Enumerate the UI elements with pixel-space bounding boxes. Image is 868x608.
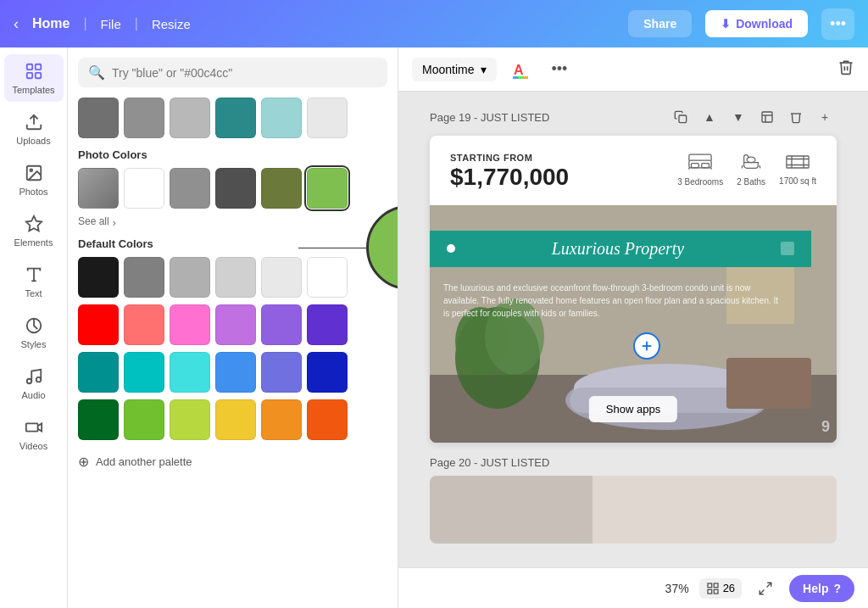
color-swatch[interactable] <box>170 98 210 138</box>
preview-image-left <box>430 476 593 544</box>
color-swatch-cyan[interactable] <box>124 352 164 393</box>
svg-point-26 <box>747 157 755 163</box>
color-swatch[interactable] <box>124 168 164 209</box>
color-swatch[interactable] <box>307 98 348 138</box>
bottom-bar: 37% 26 Help ? <box>398 567 868 608</box>
color-swatch-darkblue[interactable] <box>307 352 348 393</box>
color-swatch[interactable] <box>78 98 119 138</box>
more-options-canvas-button[interactable]: ••• <box>544 57 574 81</box>
sidebar-item-text[interactable]: Text <box>4 258 64 305</box>
home-nav-button[interactable]: Home <box>32 16 70 31</box>
color-swatch-orange[interactable] <box>261 399 302 440</box>
color-swatch-white[interactable] <box>307 257 348 298</box>
delete-button[interactable] <box>837 59 854 80</box>
card-feature-bedrooms: 3 Bedrooms <box>677 153 723 187</box>
color-swatch-gray1[interactable] <box>124 257 164 298</box>
share-button[interactable]: Share <box>628 10 692 37</box>
search-input[interactable] <box>112 66 377 80</box>
svg-rect-25 <box>702 164 709 168</box>
banner-dot-left <box>447 244 455 253</box>
color-swatch-blue[interactable] <box>215 352 256 393</box>
color-swatch-gray3[interactable] <box>215 257 256 298</box>
baths-text: 2 Baths <box>737 177 765 187</box>
sidebar-item-elements[interactable]: Elements <box>4 207 64 254</box>
file-nav-button[interactable]: File <box>101 17 121 31</box>
color-swatch-lightred[interactable] <box>124 304 164 345</box>
help-button[interactable]: Help ? <box>789 575 854 602</box>
color-swatch-lime[interactable] <box>170 399 210 440</box>
see-all-link[interactable]: See all <box>78 215 109 227</box>
color-swatch-lightcyan[interactable] <box>170 352 210 393</box>
sidebar-item-uploads[interactable]: Uploads <box>4 105 64 153</box>
color-swatch[interactable] <box>215 98 256 138</box>
nav-divider2: | <box>135 16 138 31</box>
card-starting-from: STARTING FROM <box>450 153 664 163</box>
card-image-section[interactable]: Luxurious Property The luxurious and exc… <box>430 205 837 443</box>
page-19-label: Page 19 - JUST LISTED <box>430 111 549 124</box>
copy-page-button[interactable] <box>755 105 779 129</box>
color-swatch[interactable] <box>215 168 256 209</box>
svg-point-11 <box>26 379 31 384</box>
color-swatch[interactable] <box>261 168 302 209</box>
color-swatch[interactable] <box>124 98 164 138</box>
page-20-label-row: Page 20 - JUST LISTED <box>430 456 837 469</box>
color-swatch-darkorange[interactable] <box>307 399 348 440</box>
sidebar-item-videos[interactable]: Videos <box>4 410 64 458</box>
show-apps-button[interactable]: Show apps <box>589 396 677 422</box>
color-swatch-lightgray[interactable] <box>261 257 302 298</box>
photo-colors-title: Photo Colors <box>78 148 387 161</box>
svg-marker-7 <box>25 216 41 231</box>
chevron-up-button[interactable]: ▲ <box>698 105 721 129</box>
canvas-scroll[interactable]: Page 19 - JUST LISTED ▲ ▼ <box>398 92 868 567</box>
color-swatch-darkpurple[interactable] <box>307 304 348 345</box>
templates-icon <box>24 61 44 81</box>
banner-title: Luxurious Property <box>462 239 774 259</box>
color-swatch-lightpurple[interactable] <box>215 304 256 345</box>
svg-line-50 <box>760 589 764 594</box>
chevron-down-button[interactable]: ▼ <box>726 105 750 129</box>
back-button[interactable]: ‹ <box>14 15 19 33</box>
download-button[interactable]: ⬇ Download <box>705 10 808 37</box>
search-bar[interactable]: 🔍 <box>78 58 387 87</box>
svg-rect-20 <box>762 112 772 122</box>
page-19-card[interactable]: STARTING FROM $1,770,000 <box>430 136 837 443</box>
color-swatch-teal[interactable] <box>78 352 119 393</box>
add-palette-label: Add another palette <box>96 455 192 468</box>
color-swatch[interactable] <box>170 168 210 209</box>
color-swatch-yellow[interactable] <box>215 399 256 440</box>
page-20-preview[interactable] <box>430 476 837 544</box>
font-name: Moontime <box>422 63 474 76</box>
resize-nav-button[interactable]: Resize <box>152 17 191 31</box>
color-swatch-gray2[interactable] <box>170 257 210 298</box>
svg-rect-18 <box>523 76 528 79</box>
color-swatch-purple[interactable] <box>261 304 302 345</box>
color-swatch-pink[interactable] <box>170 304 210 345</box>
text-color-button[interactable]: A <box>507 56 534 83</box>
color-swatch-selected[interactable] <box>307 168 348 209</box>
banner-accent <box>781 242 794 255</box>
page-preview-inner <box>430 476 837 544</box>
color-swatch-indigo[interactable] <box>261 352 302 393</box>
color-swatch-black[interactable] <box>78 257 119 298</box>
add-palette-button[interactable]: ⊕ Add another palette <box>78 447 387 477</box>
svg-rect-45 <box>708 583 712 588</box>
delete-page-button[interactable] <box>784 105 808 129</box>
sidebar-item-photos[interactable]: Photos <box>4 156 64 204</box>
color-swatch[interactable] <box>261 98 302 138</box>
sidebar-item-templates[interactable]: Templates <box>4 54 64 102</box>
more-options-button[interactable]: ••• <box>821 8 854 40</box>
page-counter[interactable]: 26 <box>699 578 742 599</box>
color-swatch-photo[interactable] <box>78 168 119 209</box>
card-description: The luxurious and exclusive oceanfront f… <box>443 282 786 320</box>
font-selector[interactable]: Moontime ▾ <box>412 58 497 81</box>
color-swatch-red[interactable] <box>78 304 119 345</box>
duplicate-page-button[interactable] <box>669 105 693 129</box>
svg-rect-0 <box>26 64 31 70</box>
sidebar-item-styles[interactable]: Styles <box>4 309 64 356</box>
sidebar-item-audio[interactable]: Audio <box>4 360 64 407</box>
color-swatch-darkgreen[interactable] <box>78 399 119 440</box>
expand-button[interactable] <box>752 575 779 602</box>
add-page-button[interactable]: + <box>813 105 837 129</box>
color-swatch-green[interactable] <box>124 399 164 440</box>
text-icon <box>24 265 44 285</box>
